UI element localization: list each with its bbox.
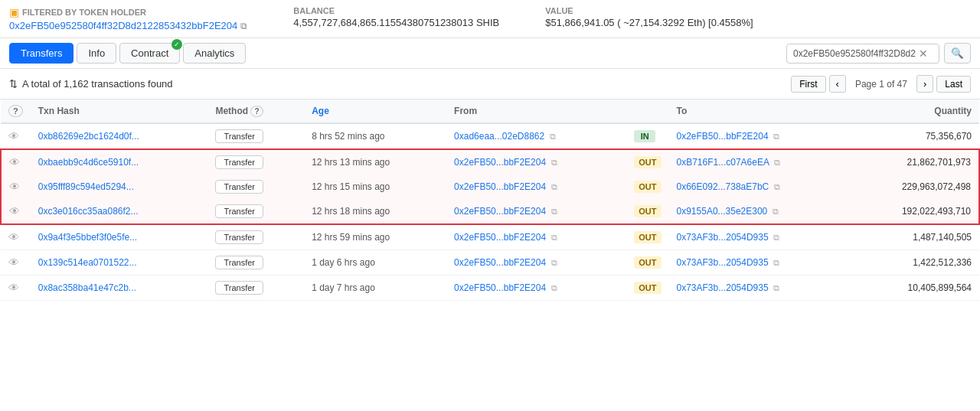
txn-hash-cell: 0x9a4f3e5bbef3f0e5fe...: [31, 224, 208, 250]
col-txn-hash: Txn Hash: [31, 99, 208, 123]
summary-bar: ⇅ A total of 1,162 transactions found Fi…: [0, 69, 980, 99]
direction-cell: OUT: [626, 250, 668, 276]
to-address-link[interactable]: 0x2eFB50...bbF2E204: [677, 131, 769, 142]
quantity-value: 229,963,072,498: [902, 181, 971, 192]
last-page-button[interactable]: Last: [936, 76, 971, 93]
quantity-cell: 10,405,899,564: [850, 276, 979, 301]
from-address-link[interactable]: 0x2eFB50...bbF2E204: [454, 282, 546, 293]
age-cell: 12 hrs 13 mins ago: [304, 149, 446, 175]
pagination-controls: First ‹ Page 1 of 47 › Last: [791, 75, 971, 93]
page-info: Page 1 of 47: [849, 77, 913, 92]
to-copy-icon[interactable]: ⧉: [773, 207, 779, 216]
eye-cell: 👁: [1, 199, 31, 224]
search-button[interactable]: 🔍: [944, 43, 971, 64]
eye-icon[interactable]: 👁: [8, 282, 19, 294]
method-cell: Transfer: [207, 123, 304, 149]
from-address-link[interactable]: 0x2eFB50...bbF2E204: [454, 181, 546, 192]
to-address-link[interactable]: 0x73AF3b...2054D935: [677, 282, 769, 293]
txn-hash-cell: 0xb86269e2bc1624d0f...: [31, 123, 208, 149]
from-address-link[interactable]: 0x2eFB50...bbF2E204: [454, 232, 546, 243]
quantity-cell: 21,862,701,973: [850, 149, 979, 175]
summary-text: A total of 1,162 transactions found: [22, 78, 173, 90]
method-cell: Transfer: [207, 276, 304, 301]
age-cell: 1 day 7 hrs ago: [304, 276, 446, 301]
to-cell: 0x73AF3b...2054D935 ⧉: [669, 276, 850, 301]
txn-hash-link[interactable]: 0x95fff89c594ed5294...: [38, 181, 134, 192]
tab-info[interactable]: Info: [77, 43, 116, 64]
age-value: 12 hrs 59 mins ago: [312, 232, 390, 243]
to-address-link[interactable]: 0x73AF3b...2054D935: [677, 257, 769, 268]
contract-check-icon: ✓: [172, 39, 182, 50]
to-cell: 0xB716F1...c07A6eEA ⧉: [669, 149, 850, 175]
method-help-icon[interactable]: ?: [250, 106, 263, 117]
to-copy-icon[interactable]: ⧉: [774, 182, 780, 191]
from-address-link[interactable]: 0x2eFB50...bbF2E204: [454, 157, 546, 168]
transaction-summary: ⇅ A total of 1,162 transactions found: [9, 78, 173, 90]
to-copy-icon[interactable]: ⧉: [773, 132, 779, 141]
to-address-link[interactable]: 0x9155A0...35e2E300: [677, 206, 768, 217]
from-address-link[interactable]: 0x2eFB50...bbF2E204: [454, 206, 546, 217]
age-cell: 12 hrs 15 mins ago: [304, 175, 446, 199]
quantity-cell: 192,022,493,710: [850, 199, 979, 224]
table-row: 👁 0x139c514ea0701522... Transfer 1 day 6…: [1, 250, 979, 276]
txn-hash-link[interactable]: 0x9a4f3e5bbef3f0e5fe...: [38, 232, 137, 243]
from-copy-icon[interactable]: ⧉: [551, 207, 557, 216]
search-clear-icon[interactable]: ✕: [919, 47, 928, 60]
from-cell: 0x2eFB50...bbF2E204 ⧉: [446, 276, 626, 301]
age-value: 1 day 6 hrs ago: [312, 257, 375, 268]
tab-analytics[interactable]: Analytics: [183, 43, 246, 64]
to-address-link[interactable]: 0x66E092...738aE7bC: [677, 181, 769, 192]
value-label: VALUE: [545, 6, 753, 15]
from-copy-icon[interactable]: ⧉: [551, 258, 557, 267]
to-copy-icon[interactable]: ⧉: [773, 233, 779, 242]
age-value: 12 hrs 15 mins ago: [312, 181, 390, 192]
eye-icon[interactable]: 👁: [8, 256, 19, 269]
from-copy-icon[interactable]: ⧉: [551, 283, 557, 292]
prev-page-button[interactable]: ‹: [829, 75, 846, 93]
quantity-value: 10,405,899,564: [908, 282, 972, 293]
next-page-button[interactable]: ›: [916, 75, 933, 93]
tab-contract[interactable]: Contract ✓: [119, 43, 180, 64]
eye-icon[interactable]: 👁: [9, 205, 20, 217]
eye-cell: 👁: [1, 149, 31, 175]
filter-address-link[interactable]: 0x2eFB50e952580f4ff32D8d2122853432bbF2E2…: [9, 20, 237, 31]
address-search-input[interactable]: [793, 48, 916, 59]
txn-hash-link[interactable]: 0xc3e016cc35aa086f2...: [38, 206, 139, 217]
help-circle-icon[interactable]: ?: [8, 105, 23, 117]
eye-cell: 👁: [1, 276, 31, 301]
txn-hash-link[interactable]: 0xb86269e2bc1624d0f...: [38, 131, 139, 142]
to-address-link[interactable]: 0x73AF3b...2054D935: [677, 232, 769, 243]
to-copy-icon[interactable]: ⧉: [774, 158, 780, 167]
age-cell: 12 hrs 18 mins ago: [304, 199, 446, 224]
table-row: 👁 0x8ac358ba41e47c2b... Transfer 1 day 7…: [1, 276, 979, 301]
from-copy-icon[interactable]: ⧉: [551, 182, 557, 191]
to-copy-icon[interactable]: ⧉: [773, 258, 779, 267]
direction-cell: OUT: [626, 149, 668, 175]
txn-hash-link[interactable]: 0xbaebb9c4d6ce5910f...: [38, 157, 139, 168]
from-address-link[interactable]: 0x2eFB50...bbF2E204: [454, 257, 546, 268]
to-cell: 0x66E092...738aE7bC ⧉: [669, 175, 850, 199]
tab-transfers[interactable]: Transfers: [9, 43, 74, 64]
copy-address-icon[interactable]: ⧉: [240, 21, 247, 31]
first-page-button[interactable]: First: [791, 76, 825, 93]
tabs-bar: Transfers Info Contract ✓ Analytics ✕ 🔍: [0, 38, 980, 69]
from-copy-icon[interactable]: ⧉: [551, 233, 557, 242]
from-address-link[interactable]: 0xad6eaa...02eD8862: [454, 131, 544, 142]
eye-icon[interactable]: 👁: [9, 181, 20, 193]
method-cell: Transfer: [207, 149, 304, 175]
method-badge: Transfer: [215, 204, 263, 218]
eye-icon[interactable]: 👁: [8, 130, 19, 142]
quantity-value: 75,356,670: [926, 131, 972, 142]
eye-icon[interactable]: 👁: [9, 156, 20, 168]
txn-hash-link[interactable]: 0x8ac358ba41e47c2b...: [38, 282, 136, 293]
quantity-cell: 1,487,140,505: [850, 224, 979, 250]
direction-badge: OUT: [634, 282, 661, 294]
from-copy-icon[interactable]: ⧉: [551, 158, 557, 167]
eye-icon[interactable]: 👁: [8, 231, 19, 243]
txn-hash-link[interactable]: 0x139c514ea0701522...: [38, 257, 137, 268]
to-copy-icon[interactable]: ⧉: [773, 283, 779, 292]
from-copy-icon[interactable]: ⧉: [550, 132, 556, 141]
quantity-cell: 75,356,670: [850, 123, 979, 149]
transactions-table: ? Txn Hash Method ? Age From To Quantity…: [0, 99, 980, 301]
to-address-link[interactable]: 0xB716F1...c07A6eEA: [677, 157, 769, 168]
